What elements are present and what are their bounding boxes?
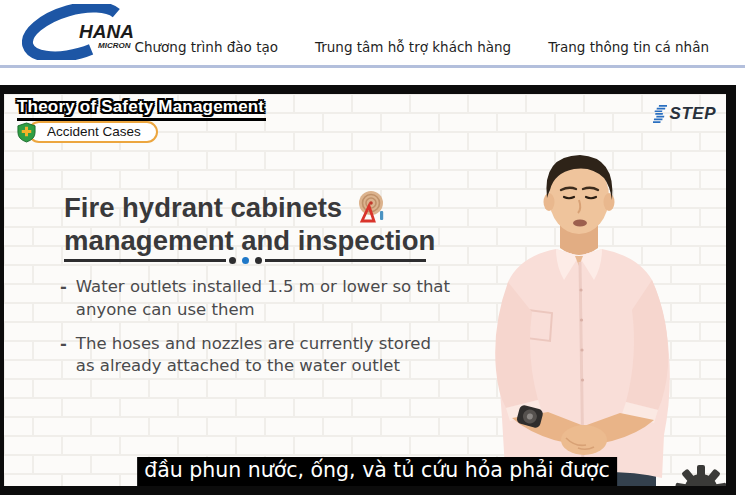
header-divider: [0, 65, 745, 68]
lesson-badge-label: Accident Cases: [28, 121, 158, 143]
hana-swoosh-icon: HANA MICRON: [22, 4, 144, 60]
step-stripes-icon: [653, 105, 667, 124]
divider-dot-dark-left: [229, 257, 236, 264]
nav-item-personal-page[interactable]: Trang thông tin cá nhân: [548, 39, 709, 55]
lesson-badge: Accident Cases: [17, 121, 158, 143]
divider-dot-dark-right: [255, 257, 262, 264]
nav-item-training-program[interactable]: Chương trình đào tạo: [135, 39, 278, 55]
slide-title: Fire hydrant cabinets management and ins…: [64, 190, 464, 257]
step-logo-text: STEP: [670, 104, 716, 124]
slide-bullet-list: - Water outlets installed 1.5 m or lower…: [60, 276, 452, 378]
logo-sub-text: MICRON: [98, 41, 131, 50]
video-player[interactable]: Theory of Safety Management Accident Cas…: [0, 85, 736, 495]
bullet-item: - Water outlets installed 1.5 m or lower…: [60, 276, 452, 322]
presenter-illustration: [490, 150, 734, 486]
safety-shield-icon: [17, 122, 36, 143]
video-subtitle: đầu phun nước, ống, và tủ cứu hỏa phải đ…: [137, 457, 617, 486]
bullet-item: - The hoses and nozzles are currently st…: [60, 333, 452, 379]
gear-icon: [674, 461, 726, 486]
slide-title-line2: management and inspection: [64, 224, 464, 257]
slide-title-line1: Fire hydrant cabinets: [64, 191, 342, 224]
fire-hose-coil-icon: [350, 190, 386, 224]
bullet-text: The hoses and nozzles are currently stor…: [76, 333, 452, 379]
site-header: HANA MICRON Chương trình đào tạo Trung t…: [0, 0, 745, 65]
logo-name-text: HANA: [79, 21, 134, 42]
title-divider: [64, 257, 426, 264]
main-nav: Chương trình đào tạo Trung tâm hỗ trợ kh…: [135, 39, 709, 55]
bullet-marker: -: [60, 333, 67, 379]
nav-item-support-center[interactable]: Trung tâm hỗ trợ khách hàng: [315, 39, 511, 55]
lesson-title: Theory of Safety Management: [17, 97, 266, 121]
bullet-marker: -: [60, 276, 67, 322]
divider-dot-blue: [242, 257, 249, 264]
bullet-text: Water outlets installed 1.5 m or lower s…: [76, 276, 452, 322]
presenter-person: [490, 150, 734, 486]
hana-micron-logo[interactable]: HANA MICRON: [22, 4, 144, 60]
step-logo: STEP: [653, 104, 716, 124]
